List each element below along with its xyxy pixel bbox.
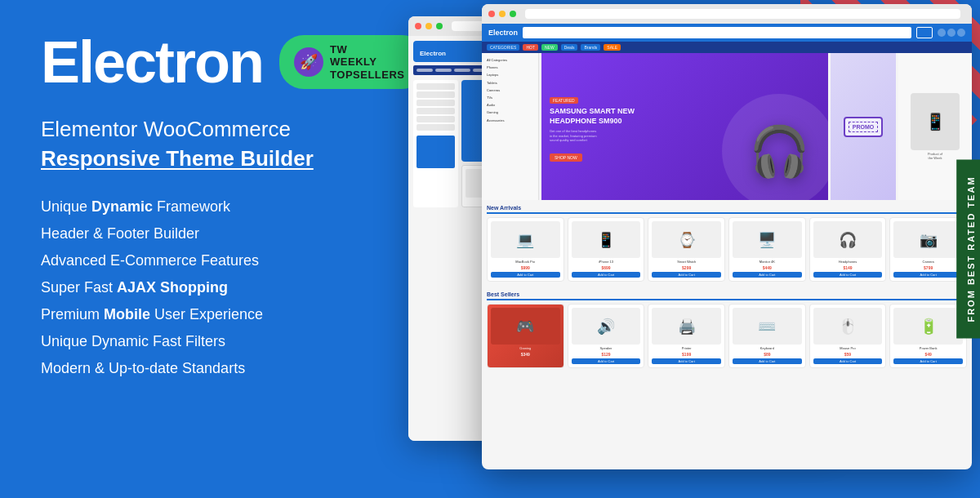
product-name: MacBook Pro [515, 260, 535, 264]
add-to-cart-button[interactable]: Add to Cart [813, 272, 883, 278]
product-name: Headphones [839, 260, 858, 264]
category-item: TVs [485, 94, 535, 101]
rocket-icon: 🚀 [294, 47, 323, 77]
product-card: 📱 iPhone 13 $699 Add to Cart [568, 217, 645, 282]
main-container: Electron 🚀 TW WEEKLY TOPSELLERS Elemento… [0, 0, 980, 498]
product-card: 🔊 Speaker $129 Add to Cart [568, 304, 645, 368]
product-price: $199 [682, 352, 691, 357]
add-to-cart-button[interactable]: Add to Cart [652, 358, 721, 364]
back-logo: Electron [420, 50, 446, 57]
add-to-cart-button[interactable]: Add to Cart [893, 272, 963, 278]
product-image: 🎮 [491, 308, 560, 345]
site-logo: Electron [488, 29, 518, 37]
feature-item: Header & Footer Builder [41, 223, 368, 245]
product-card: 📷 Camera $799 Add to Cart [889, 217, 967, 282]
product-card: 🖨️ Printer $199 Add to Cart [648, 304, 725, 368]
product-name: Mouse Pro [840, 346, 855, 350]
category-item: Cameras [485, 87, 535, 94]
chrome-dot-red [415, 23, 421, 29]
product-price: $999 [521, 265, 530, 270]
back-sidebar-item [416, 91, 455, 98]
feature-item: Advanced E-Commerce Features [41, 250, 368, 272]
nav-item: Deals [561, 44, 578, 51]
add-to-cart-button[interactable]: Add to Cart [572, 272, 641, 278]
product-card: 🎮 Gaming $349 [487, 304, 564, 368]
hero-tag: FEATURED [550, 97, 578, 104]
section-title: New Arrivals [487, 205, 967, 214]
product-price: $349 [521, 352, 530, 357]
feature-item: Premium Mobile User Experience [41, 304, 368, 326]
back-sidebar-item [416, 136, 455, 168]
feature-item: Modern & Up-to-date Standarts [41, 358, 368, 380]
brand-logo: Electron [41, 33, 263, 91]
product-card: 🎧 Headphones $149 Add to Cart [809, 217, 887, 282]
back-nav-item [435, 69, 452, 72]
product-name: Camera [923, 260, 934, 264]
category-item: Laptops [485, 71, 535, 78]
hero-description: Get one of the best headphonesin the mar… [550, 129, 635, 143]
back-sidebar-item [416, 116, 455, 122]
feature-item: Super Fast AJAX Shopping [41, 277, 368, 299]
cart-button [916, 27, 933, 38]
right-panel: Electron [400, 0, 980, 498]
product-card: ⌚ Smart Watch $299 Add to Cart [648, 217, 725, 282]
site-header: Electron [482, 24, 972, 42]
search-bar [523, 27, 911, 38]
category-item: Tablets [485, 79, 535, 87]
add-to-cart-button[interactable]: Add to Cart [491, 272, 560, 278]
category-item: Accessories [485, 117, 535, 124]
product-name: Speaker [600, 346, 612, 350]
product-name: Monitor 4K [760, 260, 775, 264]
product-name: Keyboard [760, 346, 774, 350]
category-item: Gaming [485, 109, 535, 116]
feature-item: Unique Dynamic Framework [41, 196, 368, 218]
product-image: ⌚ [652, 221, 721, 258]
back-sidebar [413, 80, 458, 207]
add-to-cart-button[interactable]: Add to Cart [652, 272, 721, 278]
add-to-cart-button[interactable]: Add to Cart [813, 358, 883, 364]
product-image: 🖱️ [813, 308, 883, 345]
browser-chrome-front [482, 4, 972, 24]
product-image: 🎧 [813, 221, 883, 258]
products-grid-2: 🎮 Gaming $349 🔊 Speaker $129 Add to Cart… [487, 304, 967, 368]
product-price: $299 [682, 265, 691, 270]
product-card: 🖥️ Monitor 4K $449 Add to Cart [728, 217, 806, 282]
product-of-week-label: Product ofthe Week [928, 152, 942, 160]
chrome-dot-yellow [425, 23, 432, 29]
hero-banner: FEATURED SAMSUNG SMART NEWHEADPHONE SM90… [541, 53, 828, 200]
add-to-cart-button[interactable]: Add to Cart [733, 272, 802, 278]
promo-badge: PROMO [844, 117, 883, 137]
product-price: $449 [763, 265, 772, 270]
chrome-dot-green [510, 11, 516, 17]
product-image: 🖨️ [652, 308, 721, 345]
site-nav: CATEGORIES HOT NEW Deals Brands SALE [482, 42, 972, 53]
product-name: Printer [682, 346, 692, 350]
back-sidebar-item [416, 83, 455, 90]
browser-mockup-front: Electron CATEGORIES HOT NEW Deals Brands… [482, 4, 972, 469]
nav-item: NEW [541, 44, 558, 51]
product-image: 🔊 [572, 308, 641, 345]
category-item: Audio [485, 101, 535, 109]
nav-item: SALE [604, 44, 621, 51]
product-card: 💻 MacBook Pro $999 Add to Cart [487, 217, 564, 282]
nav-item: HOT [523, 44, 538, 51]
section-title-2: Best Sellers [487, 291, 967, 300]
nav-item: CATEGORIES [487, 44, 519, 51]
best-rated-badge: FROM BEST RATED TEAM [956, 159, 980, 338]
product-card: 🔋 Power Bank $49 Add to Cart [889, 304, 967, 368]
products-grid: 💻 MacBook Pro $999 Add to Cart 📱 iPhone … [487, 217, 967, 282]
back-sidebar-item [416, 108, 455, 114]
category-item: Phones [485, 64, 535, 71]
product-image: 🖥️ [733, 221, 802, 258]
chrome-dot-green [436, 23, 443, 29]
promo-text: PROMO [849, 122, 878, 132]
add-to-cart-button[interactable]: Add to Cart [733, 358, 802, 364]
subtitle-line1: Elementor WooCommerce [41, 116, 368, 144]
product-price: $49 [924, 352, 931, 357]
chrome-dot-yellow [499, 11, 506, 17]
add-to-cart-button[interactable]: Add to Cart [572, 358, 641, 364]
add-to-cart-button[interactable]: Add to Cart [893, 358, 963, 364]
hero-cta-button[interactable]: SHOP NOW [550, 153, 582, 162]
product-price: $59 [844, 352, 851, 357]
headphone-icon: 🎧 [749, 122, 810, 180]
